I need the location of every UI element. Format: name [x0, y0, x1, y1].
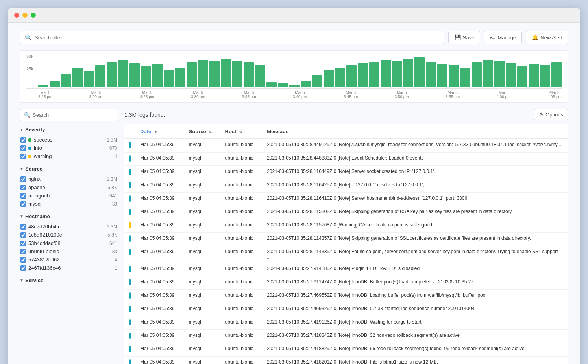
table-row[interactable]: Mar 05 04:05:39 mysql ubuntu-bionic 2021… — [125, 206, 568, 219]
chart-bar-30[interactable] — [381, 60, 391, 87]
close-button[interactable] — [14, 13, 19, 18]
manage-button[interactable]: 🏷 Manage — [484, 31, 522, 44]
options-button[interactable]: ⚙ Options — [534, 109, 568, 120]
source-mysql-checkbox[interactable] — [20, 201, 26, 207]
chart-bar-45[interactable] — [551, 62, 562, 87]
chart-bar-40[interactable] — [494, 61, 505, 87]
chart-bar-42[interactable] — [517, 66, 527, 87]
chart-bar-28[interactable] — [358, 63, 368, 87]
chart-bar-8[interactable] — [129, 63, 140, 87]
hostname-5-checkbox[interactable] — [20, 265, 26, 271]
source-apache-checkbox[interactable] — [20, 185, 26, 190]
chart-bars[interactable] — [26, 55, 562, 87]
maximize-button[interactable] — [31, 13, 36, 18]
chart-bar-41[interactable] — [506, 63, 516, 87]
chart-bar-32[interactable] — [403, 59, 414, 87]
hostname-5[interactable]: 2467fd136c46 1 — [20, 264, 118, 272]
severity-success[interactable]: success 1.3M — [20, 136, 118, 144]
severity-warning[interactable]: warning 4 — [20, 152, 118, 160]
save-button[interactable]: 💾 Save — [448, 31, 481, 44]
chart-bar-11[interactable] — [164, 70, 174, 87]
source-header[interactable]: ▼ Source — [20, 166, 118, 172]
table-row[interactable]: Mar 05 04:05:39 mysql ubuntu-bionic 2021… — [125, 166, 568, 179]
hostname-3[interactable]: ubuntu-bionic 33 — [20, 247, 118, 256]
chart-bar-36[interactable] — [449, 65, 459, 87]
chart-bar-10[interactable] — [152, 64, 163, 87]
chart-bar-16[interactable] — [221, 59, 231, 87]
table-row[interactable]: Mar 05 04:05:39 mysql ubuntu-bionic 2021… — [125, 193, 568, 206]
new-alert-button[interactable]: 🔔 New Alert — [526, 31, 568, 44]
source-mongodb[interactable]: mongodb 641 — [20, 191, 118, 200]
chart-bar-37[interactable] — [460, 68, 470, 87]
chart-bar-34[interactable] — [426, 62, 436, 87]
hostname-1-checkbox[interactable] — [20, 232, 26, 238]
table-row[interactable]: Mar 05 04:05:39 mysql ubuntu-bionic 2021… — [125, 246, 568, 263]
chart-bar-25[interactable] — [324, 70, 334, 87]
chart-bar-18[interactable] — [244, 62, 254, 87]
table-row[interactable]: Mar 05 04:05:39 mysql ubuntu-bionic 2021… — [125, 290, 568, 303]
source-apache[interactable]: apache 5.8K — [20, 183, 118, 191]
severity-header[interactable]: ▼ Severity — [20, 127, 118, 132]
chart-bar-4[interactable] — [84, 71, 94, 87]
col-date-header[interactable]: Date ▼ — [135, 125, 184, 139]
table-row[interactable]: Mar 05 04:05:39 mysql ubuntu-bionic 2021… — [125, 330, 568, 343]
chart-bar-23[interactable] — [301, 81, 311, 87]
table-row[interactable]: Mar 05 04:05:39 mysql ubuntu-bionic 2021… — [125, 276, 568, 290]
source-nginx[interactable]: nginx 1.3M — [20, 175, 118, 183]
hostname-1[interactable]: 1c8d6210109c 5.8K — [20, 231, 118, 239]
chart-bar-3[interactable] — [72, 68, 83, 87]
hostname-2[interactable]: 53b4cddacf68 641 — [20, 239, 118, 247]
sidebar-search-bar[interactable]: 🔍 — [20, 109, 118, 121]
chart-bar-12[interactable] — [175, 68, 185, 87]
severity-warning-checkbox[interactable] — [20, 154, 26, 159]
col-source-header[interactable]: Source ⇅ — [184, 125, 220, 139]
table-row[interactable]: Mar 05 04:05:39 mysql ubuntu-bionic 2021… — [125, 316, 568, 330]
hostname-0-checkbox[interactable] — [20, 224, 26, 230]
sidebar-search-input[interactable] — [33, 112, 114, 118]
table-row[interactable]: Mar 05 04:05:39 mysql ubuntu-bionic 2021… — [125, 233, 568, 246]
chart-bar-24[interactable] — [312, 75, 322, 87]
table-row[interactable]: Mar 05 04:05:39 mysql ubuntu-bionic 2021… — [125, 179, 568, 193]
search-filter-input[interactable] — [35, 35, 439, 40]
chart-bar-7[interactable] — [118, 60, 128, 87]
minimize-button[interactable] — [22, 13, 28, 18]
chart-bar-35[interactable] — [437, 64, 447, 87]
service-header[interactable]: ▼ Service — [20, 278, 118, 283]
hostname-3-checkbox[interactable] — [20, 249, 26, 254]
chart-bar-5[interactable] — [95, 65, 105, 87]
source-nginx-checkbox[interactable] — [20, 176, 26, 182]
table-row[interactable]: Mar 05 04:05:39 mysql ubuntu-bionic 2021… — [125, 303, 568, 316]
col-host-header[interactable]: Host ⇅ — [220, 125, 263, 139]
chart-bar-27[interactable] — [346, 65, 357, 87]
chart-bar-21[interactable] — [278, 83, 288, 87]
hostname-2-checkbox[interactable] — [20, 241, 26, 246]
chart-bar-22[interactable] — [289, 85, 300, 87]
source-mysql[interactable]: mysql 33 — [20, 200, 118, 208]
table-row[interactable]: Mar 05 04:05:39 mysql ubuntu-bionic 2021… — [125, 219, 568, 233]
chart-bar-0[interactable] — [38, 85, 48, 87]
chart-bar-43[interactable] — [529, 64, 539, 87]
chart-bar-19[interactable] — [255, 65, 265, 87]
chart-bar-13[interactable] — [187, 62, 197, 87]
severity-info-checkbox[interactable] — [20, 145, 26, 151]
hostname-header[interactable]: ▼ Hostname — [20, 213, 118, 219]
chart-bar-9[interactable] — [141, 66, 151, 87]
table-row[interactable]: Mar 05 04:05:39 mysql ubuntu-bionic 2021… — [125, 343, 568, 357]
hostname-0[interactable]: 48c7d20bb4fc 1.3M — [20, 222, 118, 231]
search-filter-bar[interactable]: 🔍 — [20, 31, 444, 44]
chart-bar-31[interactable] — [392, 61, 402, 87]
table-row[interactable]: Mar 05 04:05:39 mysql ubuntu-bionic 2021… — [125, 357, 568, 364]
chart-bar-39[interactable] — [483, 60, 493, 87]
chart-bar-38[interactable] — [472, 62, 482, 87]
severity-success-checkbox[interactable] — [20, 137, 26, 143]
chart-bar-26[interactable] — [335, 68, 345, 87]
table-row[interactable]: Mar 05 04:05:39 mysql ubuntu-bionic 2021… — [125, 263, 568, 276]
chart-bar-2[interactable] — [61, 74, 71, 87]
chart-bar-44[interactable] — [540, 65, 550, 87]
severity-info[interactable]: info 670 — [20, 144, 118, 152]
source-mongodb-checkbox[interactable] — [20, 193, 26, 199]
chart-bar-14[interactable] — [198, 60, 208, 87]
hostname-4[interactable]: 5743812fef62 4 — [20, 256, 118, 264]
chart-bar-1[interactable] — [50, 81, 60, 87]
chart-bar-17[interactable] — [232, 61, 242, 87]
